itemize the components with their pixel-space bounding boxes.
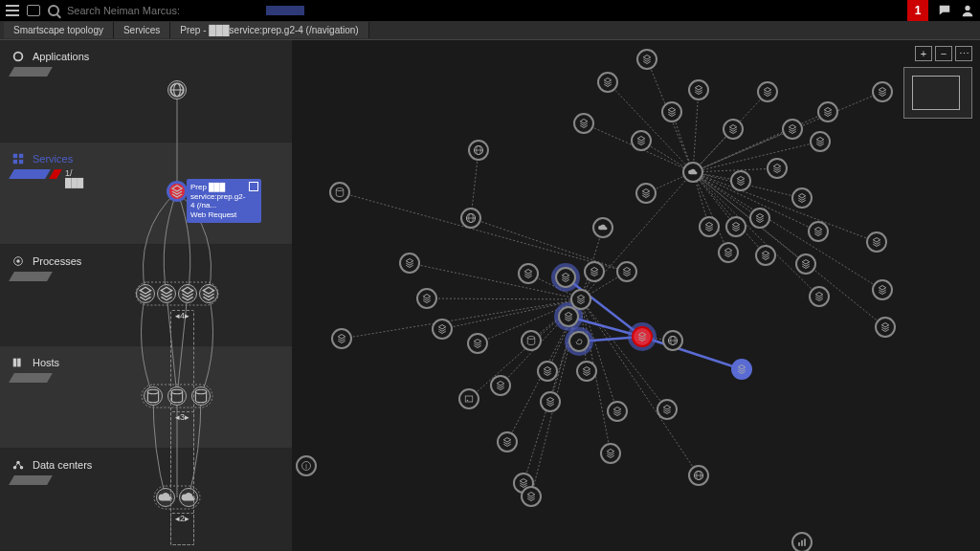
svg-point-0 (965, 6, 969, 11)
graph-node[interactable] (584, 261, 605, 282)
graph-node[interactable] (568, 331, 590, 352)
graph-node[interactable] (682, 162, 703, 183)
graph-node[interactable] (699, 216, 720, 237)
graph-node[interactable] (600, 443, 621, 464)
svg-rect-8 (13, 359, 17, 367)
svg-line-47 (693, 172, 882, 290)
graph-node[interactable] (558, 306, 579, 327)
graph-node[interactable]: i (296, 455, 317, 476)
graph-node[interactable] (808, 221, 829, 242)
graph-node[interactable] (657, 399, 678, 420)
svg-point-93 (527, 337, 535, 340)
graph-node[interactable] (795, 253, 816, 275)
graph-node[interactable] (576, 361, 597, 382)
graph-node[interactable] (518, 263, 539, 284)
graph-node[interactable] (399, 253, 420, 274)
graph-node[interactable] (809, 286, 830, 307)
graph-node[interactable] (607, 401, 628, 422)
svg-line-32 (693, 172, 728, 253)
graph-node[interactable] (661, 101, 682, 122)
graph-node[interactable] (688, 465, 709, 486)
layer-count: 1/███ (65, 168, 83, 187)
graph-node[interactable] (521, 330, 542, 351)
graph-node[interactable] (597, 72, 618, 93)
graph-node[interactable] (767, 158, 788, 179)
map-more-button[interactable]: ⋯ (955, 46, 972, 61)
layer-processes[interactable]: Processes (0, 245, 292, 347)
graph-node[interactable] (718, 242, 739, 263)
graph-node[interactable] (635, 183, 657, 204)
graph-node[interactable] (725, 216, 746, 237)
graph-node[interactable] (555, 267, 576, 288)
svg-rect-102 (804, 539, 806, 546)
chat-icon[interactable] (938, 4, 951, 17)
graph-node[interactable] (537, 361, 558, 382)
graph-node[interactable] (490, 375, 511, 396)
svg-point-1 (14, 53, 23, 61)
graph-node[interactable] (497, 431, 518, 452)
graph-node[interactable] (866, 231, 887, 253)
svg-point-92 (467, 400, 469, 402)
graph-node[interactable] (723, 119, 744, 140)
graph-node[interactable] (636, 49, 657, 70)
graph-node[interactable] (573, 113, 594, 134)
graph-node[interactable] (632, 326, 653, 347)
graph-node[interactable] (329, 182, 350, 203)
external-link-icon[interactable] (249, 182, 258, 191)
user-icon[interactable] (961, 4, 974, 17)
layer-applications[interactable]: Applications (0, 40, 292, 143)
datacenters-icon (11, 458, 25, 472)
search-input[interactable] (67, 5, 258, 16)
graph-node[interactable] (817, 101, 838, 122)
minimap-viewport[interactable] (912, 76, 960, 110)
hosts-icon (11, 356, 25, 369)
graph-node[interactable] (631, 130, 652, 151)
svg-rect-9 (17, 359, 21, 367)
graph-node[interactable] (458, 388, 479, 409)
graph-node[interactable] (791, 187, 813, 209)
graph-node[interactable] (757, 81, 778, 102)
crumb-services[interactable]: Services (114, 22, 170, 38)
graph-node[interactable] (460, 208, 481, 229)
graph-node[interactable] (521, 486, 542, 507)
graph-node[interactable] (432, 319, 453, 340)
graph-node[interactable] (592, 217, 613, 238)
graph-node[interactable] (731, 359, 752, 380)
graph-node[interactable] (872, 81, 893, 102)
graph-node[interactable] (662, 330, 683, 351)
graph-node[interactable] (810, 131, 831, 152)
graph-node[interactable] (570, 289, 591, 310)
graph-node[interactable] (688, 79, 709, 100)
graph-node[interactable] (875, 317, 896, 338)
graph-node[interactable] (467, 333, 488, 354)
topology-graph[interactable]: i + − ⋯ (292, 40, 980, 551)
graph-node[interactable] (468, 140, 489, 161)
svg-line-46 (693, 172, 877, 242)
graph-node[interactable] (755, 245, 776, 266)
graph-node[interactable] (540, 391, 561, 412)
graph-node[interactable] (782, 119, 803, 140)
notification-badge[interactable]: 1 (907, 0, 928, 21)
graph-node[interactable] (416, 288, 437, 309)
graph-node[interactable] (730, 170, 751, 191)
menu-button[interactable] (6, 5, 19, 16)
svg-point-88 (336, 188, 344, 191)
layer-sidebar: ◀ Applications Services 1/███ Processes (0, 40, 292, 551)
zoom-out-button[interactable]: − (935, 46, 952, 61)
minimap[interactable] (903, 67, 972, 119)
graph-node[interactable] (331, 328, 352, 349)
graph-node[interactable] (749, 208, 770, 229)
zoom-in-button[interactable]: + (915, 46, 932, 61)
svg-rect-100 (798, 542, 800, 546)
crumb-smartscape[interactable]: Smartscape topology (4, 22, 114, 38)
graph-node[interactable] (616, 261, 637, 282)
layer-hosts[interactable]: Hosts (0, 346, 292, 449)
graph-node[interactable] (791, 532, 813, 551)
layer-datacenters[interactable]: Data centers (0, 449, 292, 551)
graph-node[interactable] (872, 279, 893, 300)
svg-line-81 (642, 337, 742, 369)
svg-point-7 (16, 259, 20, 263)
service-tooltip[interactable]: Prep ███ service:prep.g2-4 (/na... Web R… (187, 179, 261, 223)
apps-icon[interactable] (27, 5, 40, 16)
crumb-current[interactable]: Prep - ███service:prep.g2-4 (/navigation… (170, 22, 368, 38)
